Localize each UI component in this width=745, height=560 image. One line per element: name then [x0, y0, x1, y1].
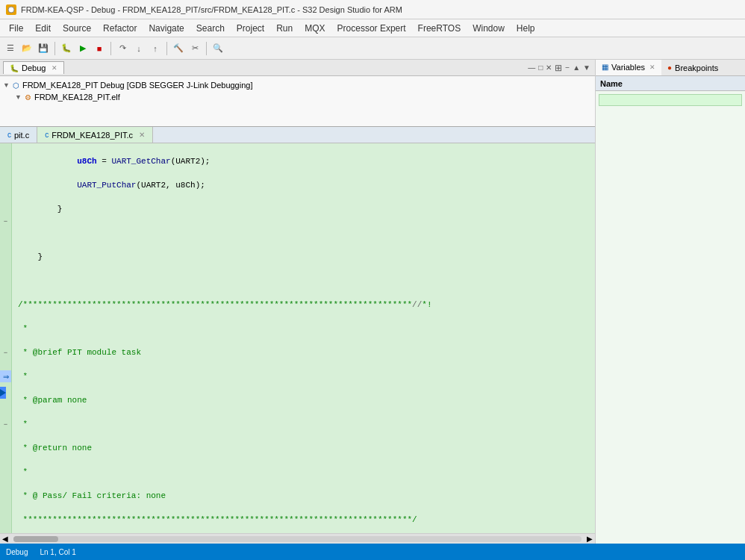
tab-variables[interactable]: ▦ Variables ✕: [596, 60, 661, 75]
variables-header: Name: [596, 76, 745, 91]
variables-header-name: Name: [600, 79, 623, 88]
sep3: [166, 42, 167, 55]
debug-tab-close[interactable]: ✕: [52, 64, 57, 72]
step-into-btn[interactable]: ↓: [131, 41, 146, 56]
tab-frdm-c-close[interactable]: ✕: [139, 131, 145, 139]
gutter-line: [0, 442, 11, 454]
gutter-line: [0, 335, 11, 346]
step-over-btn[interactable]: ↷: [115, 41, 130, 56]
menu-mqx[interactable]: MQX: [299, 21, 331, 36]
tree-expand-arrow[interactable]: ▼: [3, 81, 10, 89]
debug-tab[interactable]: 🐛 Debug ✕: [3, 61, 64, 74]
new-btn[interactable]: ☰: [3, 41, 18, 56]
code-line-2: UART_PutChar(UART2, u8Ch);: [18, 179, 589, 191]
debug-tree-root[interactable]: ▼ ⬡ FRDM_KEA128_PIT Debug [GDB SEGGER J-…: [3, 79, 592, 91]
code-area[interactable]: u8Ch = UART_GetChar(UART2); UART_PutChar…: [12, 143, 595, 533]
code-token: *: [18, 370, 28, 382]
run-btn[interactable]: ▶: [75, 41, 90, 56]
menu-refactor[interactable]: Refactor: [97, 21, 143, 36]
editor-tab-bar: c pit.c c FRDM_KEA128_PIT.c ✕: [0, 127, 595, 143]
variables-label: Variables: [611, 63, 645, 72]
app-icon: [6, 4, 16, 15]
scroll-up-btn[interactable]: ▲: [571, 63, 582, 72]
code-token: (UART2);: [171, 155, 211, 167]
stop-btn[interactable]: ■: [92, 41, 107, 56]
scroll-left-btn[interactable]: ◀: [0, 535, 10, 543]
code-line-11: * @param none: [18, 394, 589, 406]
fold-marker-2[interactable]: −: [0, 346, 11, 358]
search-btn[interactable]: 🔍: [211, 41, 225, 56]
debug-btn[interactable]: 🐛: [59, 41, 74, 56]
tab-pit-c[interactable]: c pit.c: [0, 127, 37, 143]
menu-navigate[interactable]: Navigate: [143, 21, 190, 36]
step-return-btn[interactable]: ↑: [148, 41, 163, 56]
menu-edit[interactable]: Edit: [29, 21, 57, 36]
menu-freertos[interactable]: FreeRTOS: [412, 21, 467, 36]
h-scrollbar[interactable]: ◀ ▶: [0, 533, 595, 544]
scrollbar-thumb[interactable]: [13, 536, 58, 542]
variables-icon: ▦: [602, 63, 608, 71]
save-btn[interactable]: 💾: [36, 41, 51, 56]
status-bar: Debug Ln 1, Col 1: [0, 544, 745, 560]
build-btn[interactable]: 🔨: [171, 41, 186, 56]
code-token: *: [18, 466, 28, 478]
variables-search-input[interactable]: [599, 94, 742, 106]
breakpoints-icon: ●: [667, 63, 672, 72]
status-line: Ln 1, Col 1: [40, 548, 75, 556]
menu-project[interactable]: Project: [231, 21, 270, 36]
menu-file[interactable]: File: [3, 21, 29, 36]
left-panel: 🐛 Debug ✕ — □ ✕ ⊞ − ▲ ▼ ▼ ⬡: [0, 60, 596, 544]
gutter-line: [0, 191, 11, 203]
variables-close[interactable]: ✕: [649, 63, 655, 71]
debug-tree: ▼ ⬡ FRDM_KEA128_PIT Debug [GDB SEGGER J-…: [0, 76, 595, 127]
scroll-down-btn[interactable]: ▼: [582, 63, 592, 72]
editor-content[interactable]: − − ⇒ −: [0, 143, 595, 533]
fold-marker-1[interactable]: −: [0, 215, 11, 227]
svg-marker-1: [0, 389, 6, 396]
debug-arrow-gutter: ⇒: [0, 370, 11, 382]
menu-help[interactable]: Help: [511, 21, 541, 36]
svg-point-0: [8, 7, 14, 13]
close-debug-btn[interactable]: ✕: [544, 63, 553, 72]
debug-tab-bar: 🐛 Debug ✕ — □ ✕ ⊞ − ▲ ▼: [0, 60, 595, 76]
code-line-1: u8Ch = UART_GetChar(UART2);: [18, 155, 589, 167]
gutter-line: [0, 311, 11, 323]
tab-pit-c-icon: c: [7, 131, 11, 139]
gutter-line: [0, 167, 11, 179]
tree-expand-arrow-2[interactable]: ▼: [15, 93, 22, 101]
code-line-8: *: [18, 323, 589, 335]
clean-btn[interactable]: ✂: [187, 41, 202, 56]
maximize-debug-btn[interactable]: □: [537, 63, 544, 72]
code-token: * @brief PIT module task: [18, 346, 141, 358]
menu-processor-expert[interactable]: Processor Expert: [331, 21, 412, 36]
debug-tree-elf[interactable]: ▼ ⚙ FRDM_KEA128_PIT.elf: [3, 91, 592, 103]
scroll-right-btn[interactable]: ▶: [585, 535, 595, 543]
minimize-debug-btn[interactable]: —: [526, 63, 537, 72]
sep1: [54, 42, 55, 55]
right-panel: ▦ Variables ✕ ● Breakpoints Name: [596, 60, 745, 544]
menu-source[interactable]: Source: [57, 21, 97, 36]
menu-run[interactable]: Run: [270, 21, 299, 36]
code-line-7: /***************************************…: [18, 299, 589, 311]
code-token: *: [18, 418, 28, 430]
tab-frdm-c[interactable]: c FRDM_KEA128_PIT.c ✕: [37, 127, 153, 143]
menu-window[interactable]: Window: [467, 21, 511, 36]
tab-breakpoints[interactable]: ● Breakpoints: [661, 60, 724, 75]
breakpoints-label: Breakpoints: [675, 63, 718, 72]
scrollbar-track[interactable]: [13, 536, 582, 542]
debug-pointer: [0, 387, 6, 399]
collapse-debug-btn[interactable]: −: [564, 63, 571, 72]
menu-search[interactable]: Search: [190, 21, 231, 36]
main-layout: 🐛 Debug ✕ — □ ✕ ⊞ − ▲ ▼ ▼ ⬡: [0, 60, 745, 544]
code-line-4: [18, 227, 589, 239]
expand-debug-btn[interactable]: ⊞: [553, 62, 564, 74]
code-token: }: [18, 203, 62, 215]
tab-pit-c-label: pit.c: [14, 131, 29, 140]
gutter-line: [0, 358, 11, 370]
debug-icon: ⬡: [13, 81, 19, 90]
open-btn[interactable]: 📂: [19, 41, 34, 56]
fold-marker-3[interactable]: −: [0, 418, 11, 430]
title-bar: FRDM-KEA-QSP - Debug - FRDM_KEA128_PIT/s…: [0, 0, 745, 19]
gutter-line: [0, 143, 11, 155]
cpu-icon: ⚙: [25, 93, 31, 102]
